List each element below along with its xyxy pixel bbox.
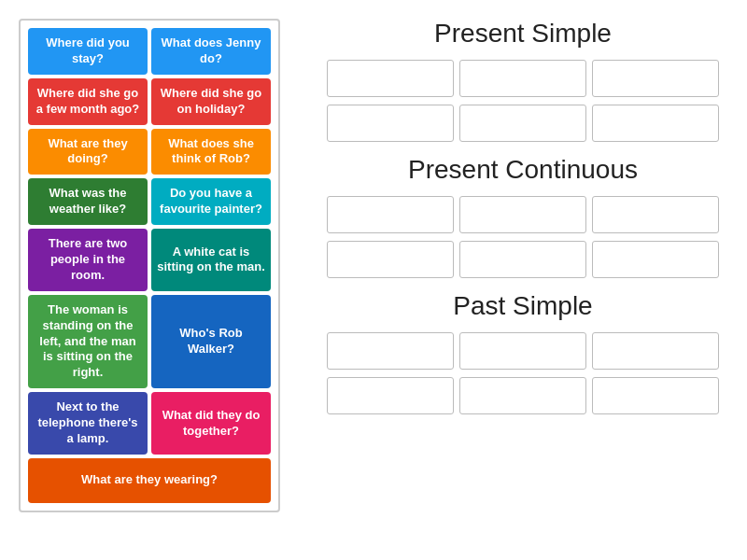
card-13[interactable]: What did they do together?	[151, 392, 271, 455]
drop-cell-2-0-2[interactable]	[592, 332, 719, 370]
drop-grid-1-row-0	[327, 196, 719, 233]
card-5[interactable]: What does she think of Rob?	[151, 129, 271, 175]
drop-grid-1-row-1	[327, 241, 719, 278]
drop-cell-1-1-2[interactable]	[592, 241, 719, 278]
drop-grid-2-row-0	[327, 332, 719, 370]
drop-cell-2-0-0[interactable]	[327, 332, 454, 370]
card-3[interactable]: Where did she go on holiday?	[151, 78, 271, 125]
drop-cell-0-0-0[interactable]	[327, 60, 454, 97]
section-title-1: Present Continuous	[327, 155, 719, 185]
drop-cell-0-0-1[interactable]	[459, 60, 586, 97]
drop-cell-2-1-1[interactable]	[459, 377, 586, 414]
drop-cell-2-1-2[interactable]	[592, 377, 719, 414]
card-7[interactable]: Do you have a favourite painter?	[151, 178, 271, 225]
drop-cell-1-0-2[interactable]	[592, 196, 719, 233]
card-1[interactable]: What does Jenny do?	[151, 28, 271, 75]
drop-cell-1-0-1[interactable]	[459, 196, 586, 233]
cards-grid: Where did you stay?What does Jenny do?Wh…	[19, 19, 280, 512]
drop-cell-0-1-1[interactable]	[459, 105, 586, 142]
drop-grid-0-row-0	[327, 60, 719, 97]
section-title-0: Present Simple	[327, 19, 719, 49]
card-14[interactable]: What are they wearing?	[28, 458, 271, 503]
card-0[interactable]: Where did you stay?	[28, 28, 148, 75]
section-block-2: Past Simple	[327, 291, 719, 422]
section-title-2: Past Simple	[327, 291, 719, 321]
card-9[interactable]: A white cat is sitting on the man.	[151, 229, 271, 291]
section-block-0: Present Simple	[327, 19, 719, 149]
drop-cell-1-1-1[interactable]	[459, 241, 586, 278]
left-panel: Where did you stay?What does Jenny do?Wh…	[0, 0, 299, 560]
right-panel: Present SimplePresent ContinuousPast Sim…	[299, 0, 747, 560]
card-10[interactable]: The woman is standing on the left, and t…	[28, 295, 148, 388]
card-4[interactable]: What are they doing?	[28, 129, 148, 175]
drop-cell-0-1-2[interactable]	[592, 105, 719, 142]
card-6[interactable]: What was the weather like?	[28, 178, 148, 225]
drop-grid-0-row-1	[327, 105, 719, 142]
card-12[interactable]: Next to the telephone there's a lamp.	[28, 392, 148, 455]
drop-cell-1-0-0[interactable]	[327, 196, 454, 233]
section-block-1: Present Continuous	[327, 155, 719, 286]
drop-grid-2-row-1	[327, 377, 719, 414]
drop-cell-0-0-2[interactable]	[592, 60, 719, 97]
card-11[interactable]: Who's Rob Walker?	[151, 295, 271, 388]
drop-cell-2-1-0[interactable]	[327, 377, 454, 414]
card-8[interactable]: There are two people in the room.	[28, 229, 148, 291]
drop-cell-1-1-0[interactable]	[327, 241, 454, 278]
card-2[interactable]: Where did she go a few month ago?	[28, 78, 148, 125]
drop-cell-2-0-1[interactable]	[459, 332, 586, 370]
drop-cell-0-1-0[interactable]	[327, 105, 454, 142]
